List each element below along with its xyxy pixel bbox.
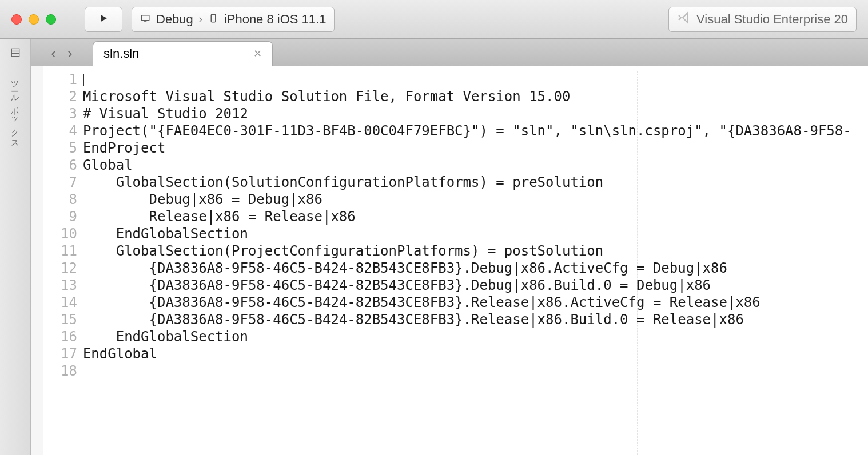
config-label: Debug xyxy=(156,12,193,27)
tab-bar: ‹ › sln.sln ✕ xyxy=(0,39,868,66)
close-window-button[interactable] xyxy=(11,14,22,25)
toolbox-label: ツールボックス xyxy=(10,75,21,146)
chevron-right-icon: › xyxy=(199,13,202,25)
play-icon xyxy=(98,13,109,26)
window-controls xyxy=(11,14,56,25)
config-target-selector[interactable]: Debug › iPhone 8 iOS 11.1 xyxy=(132,7,335,32)
nav-back-button[interactable]: ‹ xyxy=(51,45,56,62)
body: ツールボックス 1 2 3 4 5 6 7 8 9101112131415161… xyxy=(0,66,868,455)
product-badge[interactable]: Visual Studio Enterprise 20 xyxy=(668,7,857,32)
code-area[interactable]: Microsoft Visual Studio Solution File, F… xyxy=(83,71,638,455)
editor-tab[interactable]: sln.sln ✕ xyxy=(93,41,273,66)
toolbox-toggle[interactable] xyxy=(0,39,31,66)
svg-rect-4 xyxy=(11,49,19,56)
minimize-window-button[interactable] xyxy=(29,14,39,25)
product-label: Visual Studio Enterprise 20 xyxy=(696,12,848,27)
nav-forward-button[interactable]: › xyxy=(67,45,73,62)
target-label: iPhone 8 iOS 11.1 xyxy=(224,12,327,27)
svg-rect-1 xyxy=(144,21,147,22)
tab-close-button[interactable]: ✕ xyxy=(253,47,262,60)
tab-title: sln.sln xyxy=(103,46,139,61)
editor[interactable]: 1 2 3 4 5 6 7 8 9101112131415161718 Micr… xyxy=(43,66,868,455)
visual-studio-icon xyxy=(677,11,691,28)
zoom-window-button[interactable] xyxy=(46,14,56,25)
toolbox-panel[interactable]: ツールボックス xyxy=(0,66,31,455)
svg-rect-0 xyxy=(141,15,149,20)
titlebar: Debug › iPhone 8 iOS 11.1 Visual Studio … xyxy=(0,0,868,39)
toolbox-icon xyxy=(10,47,21,58)
monitor-icon xyxy=(140,12,150,27)
breakpoint-gutter[interactable] xyxy=(31,66,43,455)
line-numbers: 1 2 3 4 5 6 7 8 9101112131415161718 xyxy=(43,71,83,455)
run-button[interactable] xyxy=(85,7,122,32)
phone-icon xyxy=(208,12,218,27)
svg-point-3 xyxy=(213,20,214,21)
nav-arrows: ‹ › xyxy=(31,45,93,66)
